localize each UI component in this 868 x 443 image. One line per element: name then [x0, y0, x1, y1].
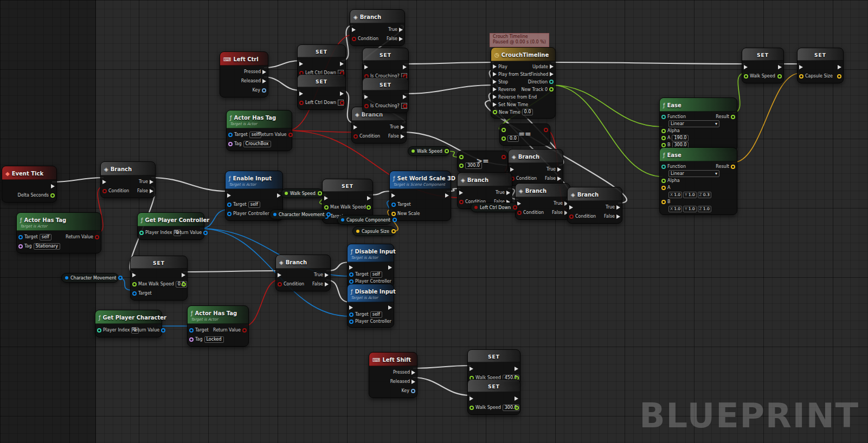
obj-pin[interactable] — [132, 291, 137, 296]
float-pin[interactable] — [132, 282, 137, 286]
exec-pin[interactable] — [459, 191, 463, 195]
float-pin[interactable] — [777, 74, 782, 79]
ease-vector[interactable]: ƒEaseFunctionResultLinear▾AlphaAX1.0Y1.0… — [659, 147, 737, 215]
exec-pin[interactable] — [493, 64, 497, 69]
obj-pin[interactable] — [349, 279, 353, 284]
float-pin[interactable] — [661, 143, 666, 147]
get-character-movement-2[interactable]: Character Movement — [61, 273, 119, 283]
bool-pin[interactable] — [340, 101, 344, 105]
ease-float[interactable]: ƒEaseFunctionResultLinear▾AlphaA190.0B30… — [659, 97, 737, 151]
exec-pin[interactable] — [412, 370, 415, 375]
bool-pin[interactable] — [288, 133, 293, 137]
vec-pin[interactable] — [837, 74, 841, 79]
exec-pin[interactable] — [515, 367, 518, 371]
set-capsulesize-timeline[interactable]: SETCapsule Size — [797, 48, 844, 83]
exec-pin[interactable] — [399, 37, 403, 41]
vector-field[interactable]: Y1.0 — [683, 192, 697, 198]
float-pin[interactable] — [459, 164, 464, 168]
value-field[interactable]: 0.0 — [522, 109, 533, 115]
crouch-timeline[interactable]: ◷CrouchTimelinePlayUpdatePlay from Start… — [491, 47, 556, 119]
bool-pin[interactable] — [353, 134, 358, 139]
exec-pin[interactable] — [51, 184, 55, 188]
exec-pin[interactable] — [778, 65, 782, 69]
set-maxwalkspeed-zero[interactable]: SETMax Walk Speed0.0Target — [130, 256, 188, 301]
float-pin[interactable] — [367, 205, 371, 210]
branch-scale-b[interactable]: ◈BranchTrueConditionFalse — [515, 183, 570, 220]
exec-pin[interactable] — [401, 134, 404, 139]
enum-pin[interactable] — [661, 115, 666, 119]
exec-pin[interactable] — [349, 305, 353, 310]
set-iscrouching-false[interactable]: SETIs Crouching? — [362, 77, 409, 113]
int-pin[interactable] — [97, 328, 101, 333]
vector-field[interactable]: X1.0 — [668, 206, 682, 212]
exec-pin[interactable] — [299, 92, 303, 96]
branch-tick[interactable]: ◈BranchTrueConditionFalse — [100, 161, 156, 198]
exec-pin[interactable] — [557, 177, 561, 181]
greater-equal-op[interactable]: >=300.0 — [457, 151, 508, 173]
exec-pin[interactable] — [515, 396, 518, 401]
vec-pin[interactable] — [661, 200, 666, 204]
exec-pin[interactable] — [353, 125, 357, 129]
exec-pin[interactable] — [364, 95, 368, 99]
bool-pin[interactable] — [459, 200, 464, 204]
bool-pin[interactable] — [242, 328, 247, 333]
exec-pin[interactable] — [388, 305, 392, 310]
exec-pin[interactable] — [102, 180, 106, 184]
vec-pin[interactable] — [391, 229, 396, 233]
obj-pin[interactable] — [18, 235, 23, 239]
get-capsule-component[interactable]: Capsule Component — [337, 215, 391, 225]
float-pin[interactable] — [661, 179, 666, 183]
int-pin[interactable] — [139, 231, 144, 235]
exec-pin[interactable] — [182, 273, 185, 277]
obj-pin[interactable] — [118, 276, 123, 280]
exec-pin[interactable] — [569, 205, 573, 210]
exec-pin[interactable] — [340, 92, 344, 96]
exec-pin[interactable] — [299, 62, 303, 66]
exec-pin[interactable] — [401, 125, 404, 129]
exec-pin[interactable] — [399, 28, 403, 32]
exec-pin[interactable] — [150, 180, 153, 184]
obj-pin[interactable] — [391, 203, 396, 207]
value-field[interactable]: self — [248, 201, 260, 208]
float-pin[interactable] — [515, 406, 519, 410]
branch-speed[interactable]: ◈BranchTrueConditionFalse — [508, 149, 563, 186]
float-pin[interactable] — [744, 74, 748, 79]
float-pin[interactable] — [470, 406, 474, 410]
float-pin[interactable] — [731, 115, 735, 119]
exec-pin[interactable] — [391, 193, 395, 198]
disable-input-1[interactable]: ƒDisable InputTarget is ActorTargetselfP… — [347, 244, 394, 288]
value-field[interactable]: self — [370, 271, 382, 278]
exec-pin[interactable] — [388, 265, 392, 270]
float-pin[interactable] — [661, 129, 666, 133]
exec-pin[interactable] — [616, 214, 620, 219]
bool-pin[interactable] — [352, 37, 356, 41]
bool-pin[interactable] — [501, 155, 506, 159]
bool-pin[interactable] — [278, 282, 282, 286]
obj-pin[interactable] — [227, 203, 232, 207]
exec-pin[interactable] — [744, 65, 748, 69]
float-pin[interactable] — [493, 110, 497, 114]
enum-dropdown[interactable]: Linear▾ — [668, 120, 719, 127]
exec-pin[interactable] — [278, 273, 281, 277]
float-pin[interactable] — [501, 136, 506, 141]
obj-pin[interactable] — [393, 218, 397, 222]
vector-field[interactable]: Z0.3 — [698, 192, 711, 198]
obj-pin[interactable] — [227, 212, 232, 216]
value-field[interactable]: Stationary — [34, 243, 60, 250]
value-field[interactable]: 190.0 — [672, 135, 689, 141]
bool-pin[interactable] — [513, 205, 517, 210]
value-field[interactable]: self — [370, 311, 382, 318]
bool-pin[interactable] — [569, 214, 574, 219]
exec-pin[interactable] — [493, 80, 497, 84]
bool-pin[interactable] — [102, 189, 107, 193]
bool-pin[interactable] — [364, 104, 369, 108]
obj-pin[interactable] — [228, 133, 233, 137]
exec-pin[interactable] — [838, 65, 841, 69]
get-walk-speed-1[interactable]: Walk Speed — [408, 146, 450, 156]
exec-pin[interactable] — [325, 282, 329, 286]
name-pin[interactable] — [228, 142, 233, 146]
float-pin[interactable] — [445, 149, 449, 153]
exec-pin[interactable] — [403, 65, 407, 69]
equals-op[interactable]: ==0.0 — [499, 123, 550, 146]
obj-pin[interactable] — [161, 328, 165, 333]
